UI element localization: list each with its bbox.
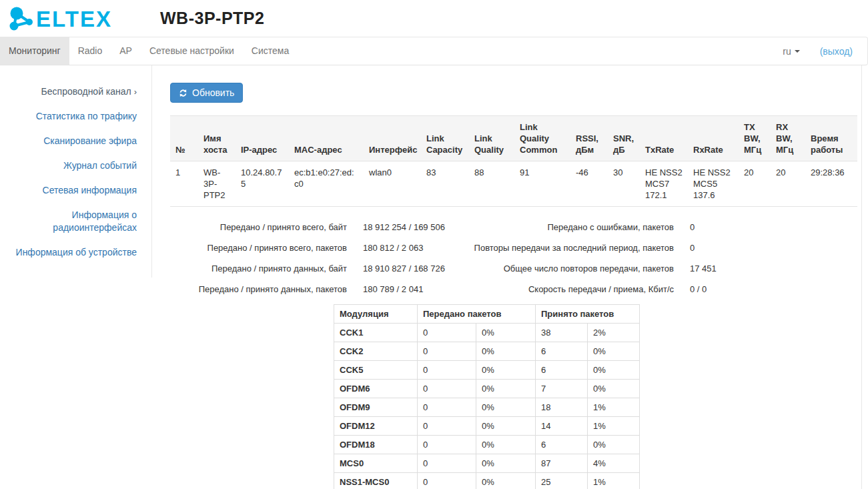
stats-column-right: Передано с ошибками, пакетов 0 Повторы п… <box>472 217 757 300</box>
modulation-value: 38 <box>536 324 588 342</box>
tab-monitoring[interactable]: Мониторинг <box>0 37 69 65</box>
modulation-name: OFDM9 <box>334 398 418 417</box>
tab-ap[interactable]: AP <box>111 37 141 65</box>
modulation-value: 0% <box>476 454 536 473</box>
modulation-name: CCK5 <box>334 361 418 380</box>
caret-down-icon <box>795 50 800 53</box>
chevron-right-icon: › <box>134 87 137 97</box>
modulation-value: 0 <box>418 324 476 342</box>
modulation-name: OFDM12 <box>334 417 418 436</box>
modulation-table-body: CCK100%382%CCK200%60%CCK500%60%OFDM600%7… <box>334 324 640 489</box>
modulation-value: 0 <box>418 417 476 436</box>
modulation-value: 0% <box>476 380 536 398</box>
modulation-row: CCK100%382% <box>334 324 640 342</box>
modulation-row: OFDM900%181% <box>334 398 640 417</box>
col-number: № <box>170 116 198 161</box>
modulation-value: 0% <box>588 380 640 398</box>
sidebar-item-traffic-statistics[interactable]: Статистика по трафику <box>0 104 151 129</box>
modulation-row: OFDM600%70% <box>334 380 640 398</box>
col-rssi: RSSI, дБм <box>570 116 608 161</box>
modulation-value: 0% <box>476 398 536 417</box>
stat-label: Передано / принято данных, пакетов <box>170 284 347 295</box>
refresh-button[interactable]: Обновить <box>170 83 243 103</box>
modulation-value: 6 <box>536 342 588 361</box>
col-txrate: TxRate <box>640 116 688 161</box>
col-hostname: Имя хоста <box>198 116 236 161</box>
main-navbar: Мониторинг Radio AP Сетевые настройки Си… <box>0 37 868 65</box>
cell-number: 1 <box>170 161 198 207</box>
modulation-row: NSS1-MCS000%251% <box>334 473 640 489</box>
stat-label: Повторы передачи за последний период, па… <box>472 243 674 254</box>
sidebar-item-radio-interfaces-info[interactable]: Информация о радиоинтерфейсах <box>0 203 151 240</box>
modulation-table: Модуляция Передано пакетов Принято пакет… <box>334 304 640 489</box>
cell-uptime: 29:28:36 <box>805 161 857 207</box>
modulation-value: 0% <box>588 342 640 361</box>
modulation-value: 0% <box>476 417 536 436</box>
stat-value: 0 / 0 <box>674 284 707 295</box>
col-tx-bw: TX BW, МГц <box>739 116 771 161</box>
col-mac: MAC-адрес <box>289 116 364 161</box>
logo-text: ELTEX <box>36 7 112 31</box>
tab-radio[interactable]: Radio <box>69 37 111 65</box>
modulation-value: 0 <box>418 361 476 380</box>
stat-value: 180 789 / 2 041 <box>347 284 423 295</box>
modulation-value: 0 <box>418 436 476 454</box>
stat-label: Передано / принято всего, пакетов <box>170 243 347 254</box>
modulation-value: 25 <box>536 473 588 489</box>
modulation-value: 87 <box>536 454 588 473</box>
modulation-value: 1% <box>588 417 640 436</box>
modulation-value: 0% <box>476 324 536 342</box>
col-rx-packets: Принято пакетов <box>536 305 640 324</box>
sidebar-item-network-info[interactable]: Сетевая информация <box>0 178 151 203</box>
col-link-quality: Link Quality <box>469 116 514 161</box>
modulation-value: 0% <box>588 361 640 380</box>
tab-network-settings[interactable]: Сетевые настройки <box>141 37 243 65</box>
stat-label: Общее число повторов передачи, пакетов <box>472 264 674 274</box>
cell-snr: 30 <box>608 161 640 207</box>
wireless-table-row: 1 WB-3P-PTP2 10.24.80.75 ec:b1:e0:27:ed:… <box>170 161 857 207</box>
refresh-button-label: Обновить <box>192 87 234 98</box>
stat-tx-rx-speed: Скорость передачи / приема, Кбит/с 0 / 0 <box>472 280 757 300</box>
wireless-table-header-row: № Имя хоста IP-адрес MAC-адрес Интерфейс… <box>170 116 857 161</box>
cell-rssi: -46 <box>570 161 608 207</box>
modulation-value: 0% <box>476 473 536 489</box>
page-title: WB-3P-PTP2 <box>160 9 264 28</box>
cell-link-quality-common: 91 <box>514 161 570 207</box>
stat-value: 0 <box>674 243 695 254</box>
modulation-value: 6 <box>536 436 588 454</box>
traffic-stats: Передано / принято всего, байт 18 912 25… <box>170 217 857 304</box>
page-right-divider <box>861 65 862 489</box>
navbar-right: ru (выход) <box>783 37 867 65</box>
sidebar-item-event-log[interactable]: Журнал событий <box>0 153 151 178</box>
modulation-value: 1% <box>588 473 640 489</box>
modulation-value: 6 <box>536 361 588 380</box>
cell-txrate: HE NSS2 MCS7 172.1 <box>640 161 688 207</box>
stat-error-packets: Передано с ошибками, пакетов 0 <box>472 217 757 238</box>
col-interface: Интерфейс <box>364 116 421 161</box>
modulation-row: CCK200%60% <box>334 342 640 361</box>
sidebar-item-device-info[interactable]: Информация об устройстве <box>0 240 151 265</box>
sidebar-item-wireless-channel[interactable]: Беспроводной канал › <box>0 79 151 104</box>
cell-mac: ec:b1:e0:27:ed:c0 <box>289 161 364 207</box>
stat-label: Передано / принято данных, байт <box>170 264 347 274</box>
cell-rxrate: HE NSS2 MCS5 137.6 <box>688 161 739 207</box>
stats-column-left: Передано / принято всего, байт 18 912 25… <box>170 217 472 300</box>
page-header: ELTEX WB-3P-PTP2 <box>0 0 868 37</box>
modulation-name: CCK2 <box>334 342 418 361</box>
stat-total-bytes: Передано / принято всего, байт 18 912 25… <box>170 217 472 238</box>
sidebar-item-air-scan[interactable]: Сканирование эфира <box>0 129 151 153</box>
logout-link[interactable]: (выход) <box>820 46 853 57</box>
cell-tx-bw: 20 <box>739 161 771 207</box>
modulation-name: CCK1 <box>334 324 418 342</box>
stat-value: 18 912 254 / 169 506 <box>347 222 445 233</box>
language-dropdown[interactable]: ru <box>783 46 799 57</box>
modulation-name: NSS1-MCS0 <box>334 473 418 489</box>
col-link-capacity: Link Capacity <box>421 116 469 161</box>
tab-system[interactable]: Система <box>243 37 298 65</box>
sidebar: Беспроводной канал › Статистика по трафи… <box>0 65 152 278</box>
col-uptime: Время работы <box>805 116 857 161</box>
modulation-header-row: Модуляция Передано пакетов Принято пакет… <box>334 305 640 324</box>
cell-rx-bw: 20 <box>771 161 805 207</box>
col-tx-packets: Передано пакетов <box>418 305 536 324</box>
col-rx-bw: RX BW, МГц <box>771 116 805 161</box>
